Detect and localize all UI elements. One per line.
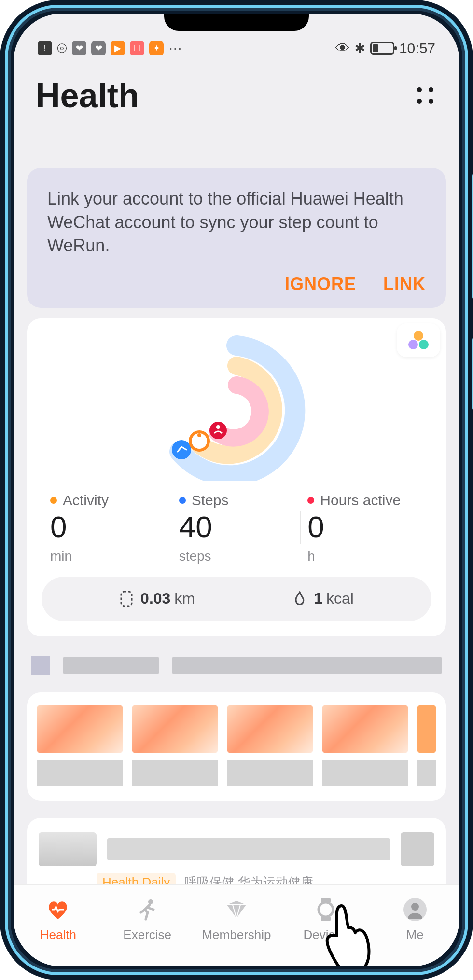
dot-red-icon xyxy=(307,497,314,504)
bottom-nav: Health Exercise Membership Devices xyxy=(14,884,459,966)
redacted-block xyxy=(401,832,434,866)
stats-row: Activity 0 min Steps 40 steps Hours acti… xyxy=(39,492,434,564)
stat-hours-value: 0 xyxy=(307,510,423,544)
nav-me-label: Me xyxy=(406,927,424,942)
content-tile[interactable] xyxy=(322,705,408,786)
share-dot-green-icon xyxy=(419,340,429,349)
stat-steps-unit: steps xyxy=(179,549,294,564)
page-title: Health xyxy=(36,76,139,115)
redacted-thumb xyxy=(39,832,97,866)
activity-rings xyxy=(39,328,434,492)
content-tile[interactable] xyxy=(417,705,436,786)
content-tile[interactable] xyxy=(37,705,123,786)
app-icon-5: ✦ xyxy=(149,41,164,55)
link-button[interactable]: LINK xyxy=(383,274,426,294)
flame-icon xyxy=(292,591,307,607)
person-icon xyxy=(402,897,428,923)
app-icon-2: ❤ xyxy=(91,41,106,55)
svg-point-3 xyxy=(209,422,227,439)
nav-membership-label: Membership xyxy=(202,927,271,942)
ignore-button[interactable]: IGNORE xyxy=(285,274,356,294)
distance-unit: km xyxy=(174,590,195,607)
svg-point-2 xyxy=(197,433,201,437)
redacted-block xyxy=(172,657,442,674)
stat-activity-label: Activity xyxy=(63,492,109,509)
svg-point-11 xyxy=(411,903,419,911)
distance-item: 0.03 km xyxy=(119,590,195,607)
stat-hours-label: Hours active xyxy=(320,492,401,509)
banner-text: Link your account to the official Huawei… xyxy=(47,187,426,258)
redacted-title xyxy=(107,838,390,860)
stat-steps: Steps 40 steps xyxy=(172,492,301,564)
stat-steps-value: 40 xyxy=(179,510,294,544)
runner-icon xyxy=(134,897,160,923)
content-tiles-row[interactable] xyxy=(27,692,446,801)
dot-blue-icon xyxy=(179,497,186,504)
redacted-block xyxy=(31,656,50,675)
stat-hours-unit: h xyxy=(307,549,423,564)
svg-point-4 xyxy=(216,425,220,429)
nav-exercise[interactable]: Exercise xyxy=(107,897,187,942)
app-icon-4: ☐ xyxy=(130,41,144,55)
app-icon-1: ❤ xyxy=(72,41,86,55)
stat-activity-unit: min xyxy=(50,549,166,564)
page-header: Health xyxy=(14,62,459,134)
content-tile[interactable] xyxy=(227,705,313,786)
svg-rect-5 xyxy=(121,592,132,606)
dot-orange-icon xyxy=(50,497,57,504)
status-left: ! ⦾ ❤ ❤ ▶ ☐ ✦ ⋯ xyxy=(38,41,183,56)
nav-health[interactable]: Health xyxy=(18,897,98,942)
link-account-banner: Link your account to the official Huawei… xyxy=(27,168,446,308)
content-tile[interactable] xyxy=(132,705,218,786)
section-header-redacted xyxy=(31,656,442,675)
share-dot-orange-icon xyxy=(414,331,423,341)
stat-activity-value: 0 xyxy=(50,510,166,544)
nav-exercise-label: Exercise xyxy=(123,927,171,942)
hand-cursor-icon xyxy=(318,901,376,966)
more-menu-button[interactable] xyxy=(413,83,437,108)
kcal-unit: kcal xyxy=(326,590,354,607)
status-more-icon: ⋯ xyxy=(168,41,183,56)
bluetooth-icon: ✱ xyxy=(355,41,365,56)
screen: ! ⦾ ❤ ❤ ▶ ☐ ✦ ⋯ 👁 ✱ 10:57 Health xyxy=(14,14,459,966)
status-right: 👁 ✱ 10:57 xyxy=(335,40,435,56)
eye-icon: 👁 xyxy=(335,40,350,56)
svg-point-6 xyxy=(148,899,153,904)
rings-share-button[interactable] xyxy=(397,323,440,357)
kcal-item: 1 kcal xyxy=(292,590,354,607)
activity-rings-card[interactable]: Activity 0 min Steps 40 steps Hours acti… xyxy=(27,318,446,636)
stat-steps-label: Steps xyxy=(192,492,229,509)
route-icon xyxy=(119,591,134,607)
display-notch xyxy=(164,14,309,31)
battery-icon xyxy=(370,42,394,55)
sim-alert-icon: ! xyxy=(38,41,52,55)
nav-membership[interactable]: Membership xyxy=(196,897,277,942)
diamond-icon xyxy=(223,897,250,923)
stat-hours: Hours active 0 h xyxy=(301,492,430,564)
svg-point-0 xyxy=(172,440,191,459)
kcal-value: 1 xyxy=(314,590,322,607)
heart-icon xyxy=(45,897,71,923)
nav-me[interactable]: Me xyxy=(375,897,455,942)
clock-text: 10:57 xyxy=(399,40,435,56)
distance-value: 0.03 xyxy=(140,590,170,607)
distance-kcal-pill: 0.03 km 1 kcal xyxy=(42,577,431,621)
stat-activity: Activity 0 min xyxy=(43,492,172,564)
nav-health-label: Health xyxy=(40,927,76,942)
wifi-icon: ⦾ xyxy=(57,41,67,56)
share-dot-purple-icon xyxy=(408,340,418,349)
app-icon-3: ▶ xyxy=(111,41,125,55)
redacted-block xyxy=(63,657,159,674)
phone-frame: ! ⦾ ❤ ❤ ▶ ☐ ✦ ⋯ 👁 ✱ 10:57 Health xyxy=(0,0,473,980)
